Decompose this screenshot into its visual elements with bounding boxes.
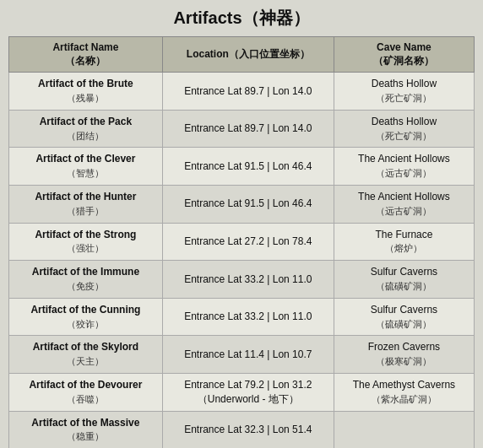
- cave-name-en: The Ancient Hollows: [358, 153, 450, 165]
- location-cell: Entrance Lat 89.7 | Lon 14.0: [162, 110, 334, 148]
- artifact-name-cn: （狡诈）: [67, 319, 104, 329]
- cave-name-cn: （极寒矿洞）: [376, 356, 431, 366]
- artifact-name-en: Artifact of the Devourer: [29, 379, 142, 391]
- cave-name-cn: （死亡矿洞）: [376, 131, 431, 141]
- cave-name-en: Sulfur Caverns: [371, 266, 437, 278]
- cave-name-en: The Amethyst Caverns: [353, 379, 455, 391]
- artifact-name-en: Artifact of the Immune: [32, 266, 139, 278]
- artifact-name-cn: （智慧）: [67, 168, 104, 178]
- artifact-cell: Artifact of the Devourer（吞噬）: [9, 373, 163, 411]
- location-text: Entrance Lat 91.5 | Lon 46.4: [184, 197, 312, 209]
- location-text: Entrance Lat 27.2 | Lon 78.4: [184, 235, 312, 247]
- cave-cell: [334, 411, 474, 448]
- col-cave-header: Cave Name （矿洞名称）: [334, 37, 474, 73]
- table-row: Artifact of the Strong（强壮）Entrance Lat 2…: [9, 223, 475, 261]
- artifact-name-en: Artifact of the Pack: [40, 116, 132, 127]
- artifact-cell: Artifact of the Hunter（猎手）: [9, 185, 163, 223]
- cave-name-en: The Ancient Hollows: [358, 191, 450, 202]
- location-text: Entrance Lat 89.7 | Lon 14.0: [184, 85, 312, 97]
- cave-name-cn: （远古矿洞）: [376, 206, 431, 216]
- artifact-name-en: Artifact of the Hunter: [35, 191, 136, 202]
- cave-cell: Deaths Hollow（死亡矿洞）: [334, 110, 474, 148]
- artifact-name-en: Artifact of the Strong: [35, 229, 136, 240]
- page-container: Artifacts（神器） Artifact Name （名称） Locatio…: [0, 0, 483, 448]
- artifact-name-cn: （残暴）: [67, 93, 104, 103]
- table-header-row: Artifact Name （名称） Location（入口位置坐标） Cave…: [9, 37, 475, 73]
- cave-cell: The Amethyst Caverns（紫水晶矿洞）: [334, 373, 474, 411]
- cave-name-en: Sulfur Caverns: [371, 304, 437, 316]
- col-artifact-label-cn: （名称）: [65, 55, 106, 67]
- location-text: Entrance Lat 79.2 | Lon 31.2: [184, 379, 312, 391]
- cave-cell: Sulfur Caverns（硫磺矿洞）: [334, 298, 474, 336]
- cave-name-en: Deaths Hollow: [372, 116, 437, 127]
- artifact-name-cn: （强壮）: [67, 243, 104, 253]
- artifact-cell: Artifact of the Cunning（狡诈）: [9, 298, 163, 336]
- location-cell: Entrance Lat 89.7 | Lon 14.0: [162, 73, 334, 111]
- table-row: Artifact of the Immune（免疫）Entrance Lat 3…: [9, 261, 475, 299]
- table-row: Artifact of the Clever（智慧）Entrance Lat 9…: [9, 148, 475, 186]
- cave-name-en: Frozen Caverns: [368, 341, 440, 353]
- artifact-name-en: Artifact of the Skylord: [33, 341, 138, 353]
- artifact-cell: Artifact of the Pack（团结）: [9, 110, 163, 148]
- cave-cell: Sulfur Caverns（硫磺矿洞）: [334, 261, 474, 299]
- table-row: Artifact of the Skylord（天主）Entrance Lat …: [9, 336, 475, 374]
- cave-name-cn: （硫磺矿洞）: [376, 281, 431, 291]
- cave-name-cn: （硫磺矿洞）: [376, 319, 431, 329]
- artifact-name-en: Artifact of the Brute: [38, 78, 133, 89]
- cave-name-cn: （死亡矿洞）: [376, 93, 431, 103]
- artifact-cell: Artifact of the Strong（强壮）: [9, 223, 163, 261]
- location-cell: Entrance Lat 91.5 | Lon 46.4: [162, 148, 334, 186]
- location-cell: Entrance Lat 32.3 | Lon 51.4: [162, 411, 334, 448]
- artifact-cell: Artifact of the Brute（残暴）: [9, 73, 163, 111]
- table-row: Artifact of the Devourer（吞噬）Entrance Lat…: [9, 373, 475, 411]
- artifact-name-en: Artifact of the Cunning: [30, 304, 140, 316]
- location-text: Entrance Lat 33.2 | Lon 11.0: [184, 273, 312, 285]
- location-text: （Underworld - 地下）: [198, 393, 299, 405]
- artifact-name-cn: （免疫）: [67, 281, 104, 291]
- col-artifact-header: Artifact Name （名称）: [9, 37, 163, 73]
- table-row: Artifact of the Pack（团结）Entrance Lat 89.…: [9, 110, 475, 148]
- location-text: Entrance Lat 33.2 | Lon 11.0: [184, 310, 312, 322]
- page-title: Artifacts（神器）: [8, 7, 475, 30]
- cave-cell: The Ancient Hollows（远古矿洞）: [334, 148, 474, 186]
- artifact-name-cn: （稳重）: [67, 431, 104, 441]
- cave-cell: Frozen Caverns（极寒矿洞）: [334, 336, 474, 374]
- location-text: Entrance Lat 11.4 | Lon 10.7: [184, 348, 312, 360]
- artifact-name-cn: （天主）: [67, 356, 104, 366]
- artifact-name-cn: （吞噬）: [67, 394, 104, 404]
- col-cave-label-en: Cave Name: [377, 41, 431, 53]
- location-cell: Entrance Lat 79.2 | Lon 31.2（Underworld …: [162, 373, 334, 411]
- cave-name-cn: （紫水晶矿洞）: [372, 394, 437, 404]
- cave-name-en: Deaths Hollow: [372, 78, 437, 89]
- table-row: Artifact of the Massive（稳重）Entrance Lat …: [9, 411, 475, 448]
- cave-cell: The Furnace（熔炉）: [334, 223, 474, 261]
- artifact-name-cn: （猎手）: [67, 206, 104, 216]
- col-cave-label-cn: （矿洞名称）: [373, 55, 434, 67]
- artifact-name-en: Artifact of the Massive: [31, 417, 139, 429]
- col-location-header: Location（入口位置坐标）: [162, 37, 334, 73]
- table-row: Artifact of the Hunter（猎手）Entrance Lat 9…: [9, 185, 475, 223]
- artifact-cell: Artifact of the Massive（稳重）: [9, 411, 163, 448]
- table-row: Artifact of the Brute（残暴）Entrance Lat 89…: [9, 73, 475, 111]
- cave-name-cn: （熔炉）: [385, 243, 422, 253]
- location-text: Entrance Lat 89.7 | Lon 14.0: [184, 122, 312, 134]
- cave-name-en: The Furnace: [375, 229, 432, 240]
- location-cell: Entrance Lat 27.2 | Lon 78.4: [162, 223, 334, 261]
- location-cell: Entrance Lat 91.5 | Lon 46.4: [162, 185, 334, 223]
- location-cell: Entrance Lat 11.4 | Lon 10.7: [162, 336, 334, 374]
- artifact-name-en: Artifact of the Clever: [35, 153, 135, 165]
- artifacts-table: Artifact Name （名称） Location（入口位置坐标） Cave…: [8, 36, 475, 448]
- cave-cell: Deaths Hollow（死亡矿洞）: [334, 73, 474, 111]
- table-row: Artifact of the Cunning（狡诈）Entrance Lat …: [9, 298, 475, 336]
- location-cell: Entrance Lat 33.2 | Lon 11.0: [162, 298, 334, 336]
- col-location-label: Location（入口位置坐标）: [187, 48, 310, 60]
- location-text: Entrance Lat 91.5 | Lon 46.4: [184, 160, 312, 172]
- cave-name-cn: （远古矿洞）: [376, 168, 431, 178]
- artifact-cell: Artifact of the Immune（免疫）: [9, 261, 163, 299]
- location-text: Entrance Lat 32.3 | Lon 51.4: [184, 424, 312, 435]
- cave-cell: The Ancient Hollows（远古矿洞）: [334, 185, 474, 223]
- artifact-cell: Artifact of the Clever（智慧）: [9, 148, 163, 186]
- artifact-cell: Artifact of the Skylord（天主）: [9, 336, 163, 374]
- location-cell: Entrance Lat 33.2 | Lon 11.0: [162, 261, 334, 299]
- col-artifact-label-en: Artifact Name: [52, 41, 118, 53]
